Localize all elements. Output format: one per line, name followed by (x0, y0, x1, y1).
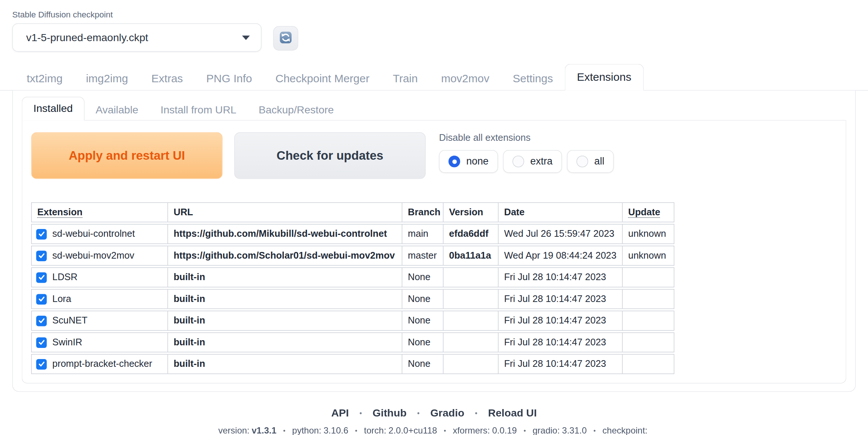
checkpoint-label: Stable Diffusion checkpoint (12, 10, 262, 19)
version-cell (443, 290, 498, 309)
update-cell: unknown (622, 246, 674, 265)
extension-name: SwinIR (52, 337, 82, 348)
version-cell (443, 355, 498, 373)
url-cell: https://github.com/Scholar01/sd-webui-mo… (168, 246, 402, 265)
extension-checkbox[interactable] (36, 229, 47, 239)
extensions-table: Extension URL Branch Version Date Update… (31, 202, 674, 374)
radio-none[interactable]: none (439, 150, 498, 173)
tab-extensions[interactable]: Extensions (565, 64, 644, 91)
extension-checkbox[interactable] (36, 272, 47, 283)
disable-all-extensions-group: Disable all extensions none extra all (439, 132, 614, 173)
version-cell (443, 311, 498, 330)
branch-cell: master (402, 246, 443, 265)
footer-link-reload-ui[interactable]: Reload UI (488, 407, 537, 419)
footer-link-gradio[interactable]: Gradio (430, 407, 464, 419)
date-cell: Fri Jul 28 10:14:47 2023 (498, 290, 622, 309)
extension-cell: LDSR (32, 268, 168, 287)
update-cell (622, 290, 674, 309)
url-cell: https://github.com/Mikubill/sd-webui-con… (168, 225, 402, 243)
update-cell (622, 311, 674, 330)
extension-checkbox[interactable] (36, 315, 47, 326)
date-cell: Fri Jul 28 10:14:47 2023 (498, 355, 622, 373)
update-cell (622, 355, 674, 373)
update-cell (622, 333, 674, 352)
branch-cell: None (402, 311, 443, 330)
url-cell: built-in (168, 311, 402, 330)
table-row: Lorabuilt-inNoneFri Jul 28 10:14:47 2023 (31, 289, 674, 309)
branch-cell: None (402, 355, 443, 373)
extension-name: ScuNET (52, 315, 88, 326)
extension-cell: Lora (32, 290, 168, 309)
python-label: python: (292, 426, 322, 435)
subtab-installed[interactable]: Installed (22, 97, 85, 121)
date-cell: Wed Jul 26 15:59:47 2023 (498, 225, 622, 243)
tab-settings[interactable]: Settings (501, 67, 565, 90)
url-cell: built-in (168, 268, 402, 287)
separator-dot: • (475, 409, 477, 417)
extension-checkbox[interactable] (36, 250, 47, 261)
update-cell (622, 268, 674, 287)
table-row: sd-webui-controlnethttps://github.com/Mi… (31, 224, 674, 244)
apply-and-restart-button[interactable]: Apply and restart UI (31, 132, 223, 179)
check-for-updates-button[interactable]: Check for updates (234, 132, 426, 179)
torch-value: 2.0.0+cu118 (388, 426, 437, 435)
footer-link-github[interactable]: Github (372, 407, 407, 419)
subtab-install-from-url[interactable]: Install from URL (149, 100, 247, 120)
date-cell: Fri Jul 28 10:14:47 2023 (498, 333, 622, 352)
refresh-checkpoint-button[interactable] (273, 26, 299, 51)
url-cell: built-in (168, 355, 402, 373)
tab-mov2mov[interactable]: mov2mov (430, 67, 501, 90)
extension-checkbox[interactable] (36, 337, 47, 348)
radio-extra[interactable]: extra (503, 150, 562, 173)
checkpoint-dropdown-value: v1-5-pruned-emaonly.ckpt (26, 31, 148, 44)
footer-link-api[interactable]: API (331, 407, 349, 419)
extension-checkbox[interactable] (36, 294, 47, 305)
radio-extra-label: extra (530, 156, 553, 167)
extension-checkbox[interactable] (36, 359, 47, 369)
extension-name: sd-webui-controlnet (52, 229, 135, 240)
app-root: Stable Diffusion checkpoint v1-5-pruned-… (0, 0, 868, 435)
torch-label: torch: (364, 426, 386, 435)
table-row: ScuNETbuilt-inNoneFri Jul 28 10:14:47 20… (31, 311, 674, 331)
extension-cell: prompt-bracket-checker (32, 355, 168, 373)
tab-extras[interactable]: Extras (140, 67, 195, 90)
separator-dot: • (594, 427, 596, 435)
tab-checkpoint-merger[interactable]: Checkpoint Merger (264, 67, 381, 90)
radio-selected-icon (448, 156, 460, 167)
gradio-value: 3.31.0 (562, 426, 587, 435)
col-url: URL (168, 203, 402, 222)
date-cell: Wed Apr 19 08:44:24 2023 (498, 246, 622, 265)
radio-all-label: all (594, 156, 604, 167)
extension-cell: SwinIR (32, 333, 168, 352)
separator-dot: • (417, 409, 420, 417)
subtab-available[interactable]: Available (85, 100, 149, 120)
checkpoint-footer-label: checkpoint: (602, 426, 647, 435)
footer-version-line: version: v1.3.1 • python: 3.10.6 • torch… (0, 426, 868, 435)
extension-cell: sd-webui-controlnet (32, 225, 168, 243)
table-row: LDSRbuilt-inNoneFri Jul 28 10:14:47 2023 (31, 268, 674, 288)
tab-png-info[interactable]: PNG Info (195, 67, 264, 90)
branch-cell: None (402, 268, 443, 287)
table-row: prompt-bracket-checkerbuilt-inNoneFri Ju… (31, 354, 674, 374)
col-extension: Extension (32, 203, 168, 222)
tab-train[interactable]: Train (381, 67, 429, 90)
checkpoint-area: Stable Diffusion checkpoint v1-5-pruned-… (0, 0, 868, 52)
subtab-backup-restore[interactable]: Backup/Restore (247, 100, 345, 120)
tab-img2img[interactable]: img2img (74, 67, 139, 90)
extension-name: prompt-bracket-checker (52, 359, 152, 370)
version-cell (443, 333, 498, 352)
table-row: SwinIRbuilt-inNoneFri Jul 28 10:14:47 20… (31, 332, 674, 352)
refresh-icon (279, 31, 292, 46)
tab-txt2img[interactable]: txt2img (15, 67, 75, 90)
date-cell: Fri Jul 28 10:14:47 2023 (498, 268, 622, 287)
table-row: sd-webui-mov2movhttps://github.com/Schol… (31, 246, 674, 266)
footer-links: API • Github • Gradio • Reload UI (0, 407, 868, 419)
separator-dot: • (359, 409, 362, 417)
branch-cell: None (402, 290, 443, 309)
radio-all[interactable]: all (567, 150, 614, 173)
url-cell: built-in (168, 290, 402, 309)
checkpoint-dropdown[interactable]: v1-5-pruned-emaonly.ckpt (12, 23, 262, 52)
col-date: Date (498, 203, 622, 222)
version-value: v1.3.1 (252, 426, 277, 435)
separator-dot: • (355, 427, 357, 435)
